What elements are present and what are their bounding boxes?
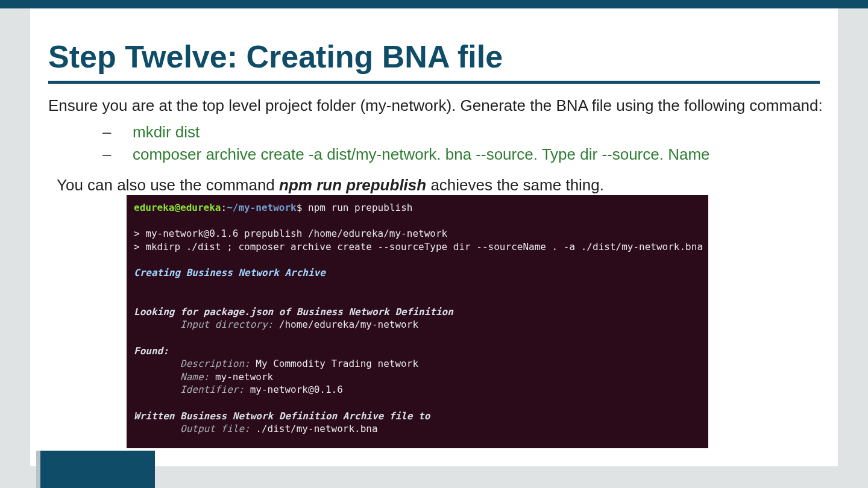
term-value: /home/edureka/my-network: [279, 319, 418, 330]
term-line: > my-network@0.1.6 prepublish /home/edur…: [134, 228, 447, 239]
intro-text: Ensure you are at the top level project …: [48, 96, 823, 115]
slide: Step Twelve: Creating BNA file Ensure yo…: [0, 0, 868, 488]
bullet-command: composer archive create -a dist/my-netwo…: [133, 145, 710, 164]
term-label: Output file:: [180, 423, 250, 434]
slide-heading: Step Twelve: Creating BNA file: [48, 39, 503, 75]
note-pre: You can also use the command: [57, 176, 279, 194]
term-cmd: npm run prepublish: [308, 202, 412, 213]
heading-rule: [48, 81, 820, 84]
term-value: My Commodity Trading network: [256, 358, 418, 369]
term-header: Written Business Network Definition Arch…: [134, 410, 430, 422]
bullet-item: – mkdir dist: [102, 123, 710, 142]
slide-top-bar: [0, 0, 868, 8]
term-label: Input directory:: [180, 319, 273, 330]
term-user: edureka@edureka: [134, 202, 221, 213]
term-header: Creating Business Network Archive: [134, 267, 326, 278]
term-value: my-network@0.1.6: [250, 384, 343, 395]
bullet-item: – composer archive create -a dist/my-net…: [102, 145, 710, 164]
term-sep: :: [221, 202, 227, 213]
term-found: Found:: [134, 345, 169, 357]
term-label: Identifier:: [180, 384, 244, 395]
term-label: Name:: [180, 371, 209, 383]
term-value: ./dist/my-network.bna: [256, 423, 377, 434]
footer-badge: [40, 451, 155, 488]
bullet-dash: –: [102, 145, 115, 164]
term-label: Description:: [180, 358, 250, 369]
content-card: Step Twelve: Creating BNA file Ensure yo…: [30, 8, 838, 466]
bullet-command: mkdir dist: [133, 123, 200, 142]
note-post: achieves the same thing.: [426, 176, 604, 194]
note-bold: npm run prepublish: [279, 176, 426, 194]
term-value: my-network: [215, 371, 273, 383]
command-bullets: – mkdir dist – composer archive create -…: [102, 123, 710, 167]
note-text: You can also use the command npm run pre…: [57, 176, 604, 195]
term-line: > mkdirp ./dist ; composer archive creat…: [134, 241, 703, 252]
term-path: ~/my-network: [227, 202, 297, 213]
terminal-output: edureka@edureka:~/my-network$ npm run pr…: [127, 195, 708, 448]
term-dollar: $: [297, 202, 303, 213]
bullet-dash: –: [102, 123, 115, 142]
term-header: Looking for package.json of Business Net…: [134, 306, 453, 318]
